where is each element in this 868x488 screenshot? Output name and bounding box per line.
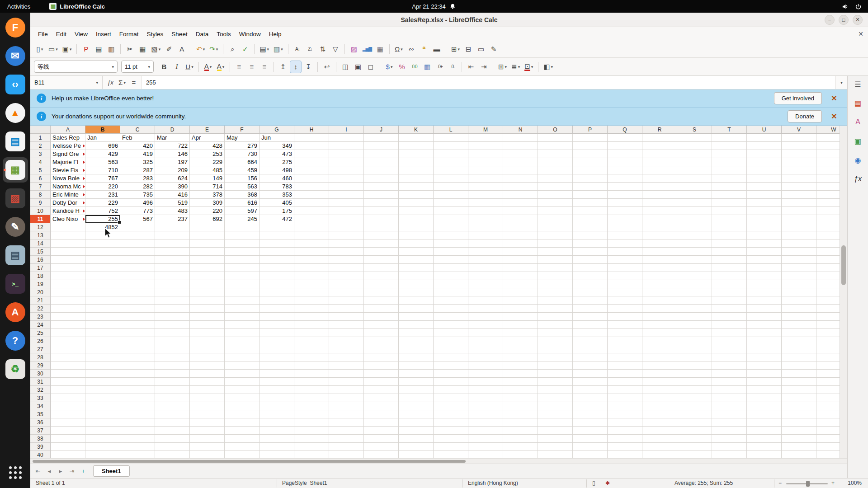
cell-O25[interactable] [538, 329, 573, 337]
cell-U23[interactable] [747, 313, 782, 321]
cell-R5[interactable] [642, 166, 677, 174]
cell-L38[interactable] [434, 435, 468, 443]
column-header-L[interactable]: L [434, 126, 468, 134]
cell-N28[interactable] [503, 353, 538, 361]
cell-E9[interactable]: 309 [190, 199, 225, 207]
cell-U3[interactable] [747, 150, 782, 158]
cell-R27[interactable] [642, 345, 677, 353]
cell-W20[interactable] [816, 288, 840, 296]
cell-F37[interactable] [225, 427, 259, 435]
cell-O22[interactable] [538, 305, 573, 313]
cell-U4[interactable] [747, 158, 782, 166]
cell-O9[interactable] [538, 199, 573, 207]
cell-O27[interactable] [538, 345, 573, 353]
cell-T23[interactable] [712, 313, 747, 321]
cell-B27[interactable] [85, 345, 120, 353]
cell-S2[interactable] [677, 142, 712, 150]
cell-I23[interactable] [329, 313, 364, 321]
cell-H8[interactable] [294, 191, 329, 199]
cell-K31[interactable] [399, 378, 434, 386]
cell-J27[interactable] [364, 345, 399, 353]
cell-R39[interactable] [642, 443, 677, 451]
column-header-K[interactable]: K [399, 126, 434, 134]
cell-I29[interactable] [329, 361, 364, 370]
cell-D24[interactable] [155, 321, 190, 329]
cell-Q22[interactable] [608, 305, 642, 313]
row-header-17[interactable]: 17 [30, 264, 51, 272]
cell-E5[interactable]: 485 [190, 166, 225, 174]
border-color-button[interactable]: ⊡▾ [523, 61, 535, 73]
cell-T18[interactable] [712, 272, 747, 280]
cell-H38[interactable] [294, 435, 329, 443]
cell-J30[interactable] [364, 370, 399, 378]
merge-and-center-cells-button[interactable]: ◫ [340, 61, 351, 73]
cell-B7[interactable]: 220 [85, 183, 120, 191]
cell-H23[interactable] [294, 313, 329, 321]
cell-M27[interactable] [468, 345, 503, 353]
cell-B14[interactable] [85, 239, 120, 248]
cell-S4[interactable] [677, 158, 712, 166]
cell-D5[interactable]: 209 [155, 166, 190, 174]
cell-T12[interactable] [712, 223, 747, 231]
cell-I33[interactable] [329, 394, 364, 402]
cell-N26[interactable] [503, 337, 538, 345]
cell-A6[interactable]: Nova Bole [51, 174, 85, 183]
cell-W28[interactable] [816, 353, 840, 361]
cell-P10[interactable] [573, 207, 608, 215]
cell-K22[interactable] [399, 305, 434, 313]
zoom-slider[interactable] [786, 483, 828, 484]
cell-V6[interactable] [782, 174, 816, 183]
cell-W10[interactable] [816, 207, 840, 215]
cell-N36[interactable] [503, 418, 538, 427]
cell-E39[interactable] [190, 443, 225, 451]
cell-G14[interactable] [259, 239, 294, 248]
cell-O29[interactable] [538, 361, 573, 370]
cell-O12[interactable] [538, 223, 573, 231]
row-header-34[interactable]: 34 [30, 402, 51, 410]
cell-J7[interactable] [364, 183, 399, 191]
cell-V20[interactable] [782, 288, 816, 296]
cell-E16[interactable] [190, 256, 225, 264]
cell-S17[interactable] [677, 264, 712, 272]
cell-R34[interactable] [642, 402, 677, 410]
cell-N16[interactable] [503, 256, 538, 264]
cell-U36[interactable] [747, 418, 782, 427]
align-left-button[interactable]: ≡ [233, 61, 245, 73]
cell-F27[interactable] [225, 345, 259, 353]
cell-E24[interactable] [190, 321, 225, 329]
cell-T6[interactable] [712, 174, 747, 183]
cell-A25[interactable] [51, 329, 85, 337]
toggle-print-preview-button[interactable]: ▥ [105, 43, 117, 56]
redo-dropdown-arrow-icon[interactable]: ▾ [216, 47, 218, 52]
cell-W34[interactable] [816, 402, 840, 410]
close-button[interactable]: ✕ [853, 15, 863, 25]
properties-deck-button[interactable]: ▤ [850, 96, 866, 110]
cell-I22[interactable] [329, 305, 364, 313]
cell-A7[interactable]: Naoma Mc [51, 183, 85, 191]
cell-R30[interactable] [642, 370, 677, 378]
new-document-button[interactable]: ▯▾ [34, 43, 46, 56]
cell-E26[interactable] [190, 337, 225, 345]
cell-S21[interactable] [677, 296, 712, 305]
cell-E10[interactable]: 220 [190, 207, 225, 215]
cell-I38[interactable] [329, 435, 364, 443]
cell-W38[interactable] [816, 435, 840, 443]
cell-P29[interactable] [573, 361, 608, 370]
italic-button[interactable]: I [171, 61, 183, 73]
cell-A26[interactable] [51, 337, 85, 345]
cell-K33[interactable] [399, 394, 434, 402]
cell-P11[interactable] [573, 215, 608, 223]
cell-R13[interactable] [642, 231, 677, 239]
cell-B13[interactable] [85, 231, 120, 239]
cell-F13[interactable] [225, 231, 259, 239]
cell-E31[interactable] [190, 378, 225, 386]
cell-T13[interactable] [712, 231, 747, 239]
horizontal-scrollbar[interactable] [30, 458, 847, 464]
cell-F19[interactable] [225, 280, 259, 288]
cell-G24[interactable] [259, 321, 294, 329]
cell-D32[interactable] [155, 386, 190, 394]
cell-N39[interactable] [503, 443, 538, 451]
row-header-18[interactable]: 18 [30, 272, 51, 280]
menu-sheet[interactable]: Sheet [167, 29, 191, 39]
cell-R35[interactable] [642, 410, 677, 418]
